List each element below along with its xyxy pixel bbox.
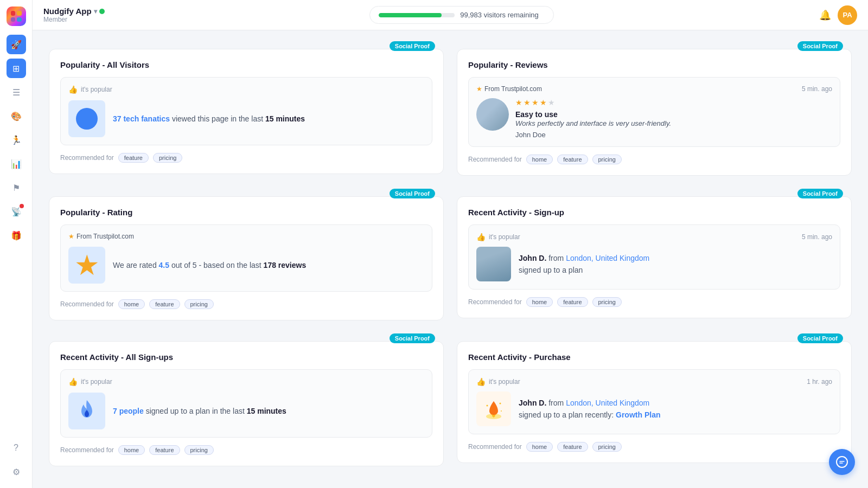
- card-title-5: Recent Activity - All Sign-ups: [60, 352, 432, 362]
- recommended-label-5: Recommended for: [60, 446, 114, 454]
- recommended-row-5: Recommended for home feature pricing: [60, 445, 432, 455]
- social-proof-badge-6: Social Proof: [797, 333, 843, 343]
- reviewer-avatar-image: [476, 98, 509, 131]
- card-popularity-rating: Popularity - Rating ★ From Trustpilot.co…: [49, 196, 444, 320]
- trustpilot-star-icon: ★: [476, 85, 482, 93]
- visitor-progress-bar: [379, 13, 455, 17]
- card-wrapper-popularity-rating: Social Proof Popularity - Rating ★ From …: [49, 189, 444, 320]
- tag-feature-4[interactable]: feature: [557, 297, 588, 307]
- card-title-3: Popularity - Rating: [60, 208, 432, 217]
- visitor-count-text: 99,983 visitors remaining: [460, 11, 539, 19]
- sidebar-item-palette[interactable]: 🎨: [7, 106, 26, 126]
- preview-body-5: 7 people signed up to a plan in the last…: [68, 393, 424, 429]
- sidebar-item-chart[interactable]: 📊: [7, 154, 26, 174]
- tag-feature-5[interactable]: feature: [149, 445, 180, 455]
- tag-pricing-2[interactable]: pricing: [592, 155, 622, 164]
- cards-grid: Social Proof Popularity - All Visitors 👍…: [49, 41, 852, 466]
- activity-text-4: John D. from London, United Kingdom sign…: [519, 252, 649, 277]
- tag-pricing-1[interactable]: pricing: [153, 153, 182, 163]
- trustpilot-label-3: ★ From Trustpilot.com: [68, 233, 134, 240]
- action-4: signed up to a plan: [519, 266, 583, 274]
- card-wrapper-purchase: Social Proof Recent Activity - Purchase …: [457, 333, 852, 466]
- visitors-text2: viewed this page in the last: [170, 114, 265, 123]
- big-star-icon: ★: [74, 249, 100, 281]
- app-name-text: Nudgify App: [43, 7, 92, 16]
- star-orange-icon-3: ★: [68, 233, 74, 240]
- sidebar-item-settings[interactable]: ⚙: [7, 462, 26, 481]
- activity-text-6: John D. from London, United Kingdom sign…: [519, 397, 660, 421]
- avatar[interactable]: PA: [838, 5, 857, 25]
- recommended-row-6: Recommended for home feature pricing: [468, 442, 840, 452]
- popular-label-5: it's popular: [81, 378, 112, 386]
- sidebar-item-broadcast[interactable]: 📡: [7, 202, 26, 221]
- card-title-6: Recent Activity - Purchase: [468, 352, 840, 362]
- review-text: Works perfectly and interface is very us…: [515, 119, 671, 129]
- svg-point-4: [501, 410, 502, 412]
- person-avatar-4: [476, 247, 511, 281]
- svg-point-3: [500, 403, 501, 404]
- tag-home-4[interactable]: home: [526, 297, 553, 307]
- reviewer-name: John Doe: [515, 131, 671, 139]
- blue-circle-icon: [75, 107, 99, 131]
- tag-home-3[interactable]: home: [118, 299, 145, 309]
- tag-feature-2[interactable]: feature: [557, 155, 588, 164]
- tag-pricing-4[interactable]: pricing: [592, 297, 622, 307]
- visitors-time: 15 minutes: [265, 114, 305, 123]
- sidebar-item-flag[interactable]: ⚑: [7, 178, 26, 197]
- review-body: ★ ★ ★ ★ ★ Easy to use Works perfectly an…: [476, 98, 832, 139]
- preview-body-4: John D. from London, United Kingdom sign…: [476, 247, 832, 281]
- svg-point-5: [837, 457, 847, 467]
- star-1: ★: [515, 98, 522, 107]
- review-time: 5 min. ago: [802, 85, 832, 93]
- preview-header-1: 👍 it's popular: [68, 85, 424, 94]
- bell-icon[interactable]: 🔔: [819, 9, 831, 21]
- plan-name-6: Growth Plan: [616, 410, 660, 419]
- sidebar-item-rocket[interactable]: 🚀: [7, 35, 26, 54]
- tag-feature-1[interactable]: feature: [118, 153, 149, 163]
- thumbs-up-icon-1: 👍: [68, 85, 78, 94]
- rating-text-2: out of 5 - based on the last: [169, 261, 264, 269]
- trustpilot-text: From Trustpilot.com: [484, 85, 542, 93]
- card-preview-4: 👍 it's popular 5 min. ago John D. from L…: [468, 224, 840, 290]
- svg-point-0: [76, 108, 98, 130]
- tag-home-6[interactable]: home: [526, 442, 553, 452]
- tag-feature-3[interactable]: feature: [149, 299, 180, 309]
- sidebar-item-list[interactable]: ☰: [7, 82, 26, 102]
- person-name-4: John D.: [519, 254, 546, 262]
- card-popularity-all-visitors: Popularity - All Visitors 👍 it's popular: [49, 49, 444, 174]
- preview-body-6: John D. from London, United Kingdom sign…: [476, 391, 832, 426]
- activity-popular-row-6: 👍 it's popular: [476, 377, 520, 386]
- app-logo[interactable]: [7, 7, 26, 26]
- tag-home-2[interactable]: home: [526, 155, 553, 164]
- sidebar-item-gift[interactable]: 🎁: [7, 226, 26, 245]
- activity-popular-row: 👍 it's popular: [476, 233, 520, 241]
- chevron-down-icon[interactable]: ▾: [94, 8, 97, 15]
- tag-pricing-6[interactable]: pricing: [592, 442, 622, 452]
- main-wrapper: Nudgify App ▾ Member 99,983 visitors rem…: [33, 0, 868, 488]
- visitor-bar-wrapper: 99,983 visitors remaining: [369, 6, 554, 24]
- fire-icon: [77, 399, 97, 423]
- chat-fab[interactable]: [829, 449, 855, 475]
- popular-label-1: it's popular: [81, 86, 112, 93]
- card-preview-6: 👍 it's popular 1 hr. ago: [468, 369, 840, 434]
- card-all-signups: Recent Activity - All Sign-ups 👍 it's po…: [49, 341, 444, 466]
- sidebar-item-help[interactable]: ?: [7, 438, 26, 458]
- thumbs-up-icon-6: 👍: [476, 377, 486, 386]
- tag-feature-6[interactable]: feature: [557, 442, 588, 452]
- tag-pricing-5[interactable]: pricing: [184, 445, 214, 455]
- from-text-4: from: [546, 254, 566, 262]
- app-title-col: Nudgify App ▾ Member: [43, 7, 105, 23]
- popular-label-4: it's popular: [489, 233, 520, 241]
- fire-icon-box: [68, 393, 105, 429]
- star-5: ★: [548, 98, 555, 107]
- sidebar-item-widget[interactable]: ⊞: [7, 59, 26, 78]
- activity-header-4: 👍 it's popular 5 min. ago: [476, 233, 832, 241]
- tag-home-5[interactable]: home: [118, 445, 145, 455]
- sidebar-item-person[interactable]: 🏃: [7, 130, 26, 150]
- recommended-row-4: Recommended for home feature pricing: [468, 297, 840, 307]
- chat-icon: [836, 456, 848, 468]
- recommended-label-1: Recommended for: [60, 154, 114, 162]
- svg-point-2: [487, 405, 488, 407]
- tag-pricing-3[interactable]: pricing: [184, 299, 214, 309]
- signups-text2: signed up to a plan in the last: [144, 407, 247, 415]
